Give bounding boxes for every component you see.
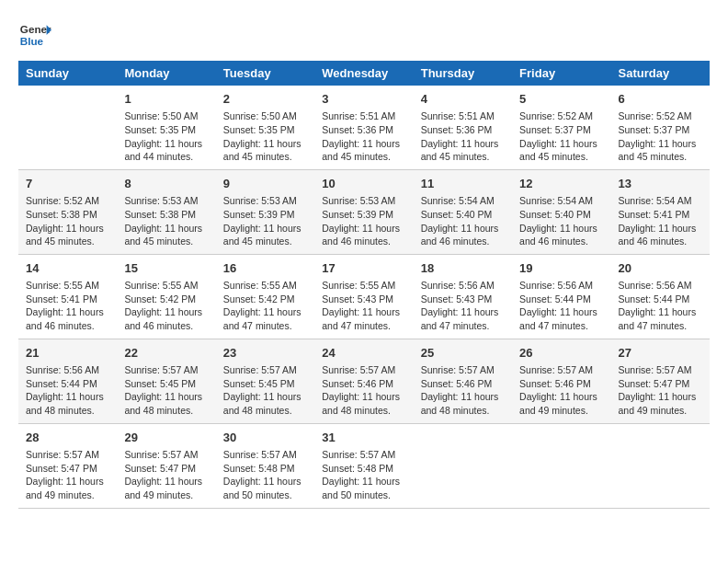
day-number: 24 bbox=[322, 345, 405, 362]
cell-content: Sunset: 5:35 PM bbox=[124, 123, 208, 137]
cell-content: Sunset: 5:48 PM bbox=[223, 462, 307, 476]
day-number: 27 bbox=[619, 345, 702, 362]
cell-content: Sunrise: 5:56 AM bbox=[421, 279, 505, 293]
cell-content: and 47 minutes. bbox=[519, 319, 603, 333]
cell-content: and 45 minutes. bbox=[124, 235, 208, 248]
cell-content: Sunrise: 5:56 AM bbox=[619, 279, 702, 293]
cell-content: Sunset: 5:45 PM bbox=[223, 377, 307, 391]
calendar-cell: 13Sunrise: 5:54 AMSunset: 5:41 PMDayligh… bbox=[611, 169, 710, 254]
cell-content: Sunrise: 5:57 AM bbox=[322, 363, 405, 377]
cell-content: Daylight: 11 hours bbox=[619, 222, 702, 236]
cell-content: and 44 minutes. bbox=[124, 150, 208, 164]
cell-content: Daylight: 11 hours bbox=[322, 475, 405, 488]
cell-content: Daylight: 11 hours bbox=[124, 222, 208, 236]
day-number: 28 bbox=[26, 430, 109, 446]
cell-content: Sunset: 5:41 PM bbox=[26, 293, 109, 306]
cell-content: and 47 minutes. bbox=[421, 319, 505, 333]
cell-content: Daylight: 11 hours bbox=[619, 137, 702, 151]
cell-content: Sunset: 5:43 PM bbox=[322, 293, 405, 306]
cell-content: Sunset: 5:41 PM bbox=[619, 208, 702, 222]
cell-content: Sunrise: 5:51 AM bbox=[322, 109, 405, 123]
cell-content: Daylight: 11 hours bbox=[322, 222, 405, 236]
cell-content: Sunrise: 5:56 AM bbox=[26, 363, 109, 377]
cell-content: and 45 minutes. bbox=[223, 150, 307, 164]
day-number: 29 bbox=[124, 430, 208, 446]
cell-content: Sunset: 5:38 PM bbox=[124, 208, 208, 222]
cell-content: Sunrise: 5:57 AM bbox=[619, 363, 702, 377]
cell-content: Daylight: 11 hours bbox=[519, 390, 603, 404]
cell-content: Sunrise: 5:57 AM bbox=[322, 448, 405, 462]
cell-content: and 49 minutes. bbox=[619, 404, 702, 418]
cell-content: and 46 minutes. bbox=[519, 235, 603, 248]
cell-content: Sunset: 5:36 PM bbox=[322, 123, 405, 137]
cell-content: Sunset: 5:45 PM bbox=[124, 377, 208, 391]
cell-content: Sunrise: 5:55 AM bbox=[26, 279, 109, 293]
cell-content: Daylight: 11 hours bbox=[519, 222, 603, 236]
calendar-cell: 27Sunrise: 5:57 AMSunset: 5:47 PMDayligh… bbox=[611, 339, 710, 423]
cell-content: and 47 minutes. bbox=[322, 319, 405, 333]
cell-content: and 48 minutes. bbox=[26, 404, 109, 418]
cell-content: Daylight: 11 hours bbox=[124, 305, 208, 319]
cell-content: Daylight: 11 hours bbox=[619, 305, 702, 319]
calendar-cell: 6Sunrise: 5:52 AMSunset: 5:37 PMDaylight… bbox=[611, 86, 710, 169]
calendar-cell bbox=[414, 423, 512, 508]
cell-content: and 47 minutes. bbox=[619, 319, 702, 333]
header-monday: Monday bbox=[117, 61, 215, 86]
day-number: 9 bbox=[223, 176, 307, 192]
calendar-cell: 31Sunrise: 5:57 AMSunset: 5:48 PMDayligh… bbox=[314, 423, 413, 508]
cell-content: Sunrise: 5:50 AM bbox=[223, 109, 307, 123]
calendar-cell: 2Sunrise: 5:50 AMSunset: 5:35 PMDaylight… bbox=[216, 86, 314, 169]
cell-content: Sunrise: 5:50 AM bbox=[124, 109, 208, 123]
calendar-cell: 19Sunrise: 5:56 AMSunset: 5:44 PMDayligh… bbox=[512, 254, 610, 339]
cell-content: Daylight: 11 hours bbox=[124, 137, 208, 151]
day-number: 21 bbox=[26, 345, 109, 362]
cell-content: Sunset: 5:44 PM bbox=[519, 293, 603, 306]
cell-content: Daylight: 11 hours bbox=[223, 475, 307, 488]
cell-content: Sunrise: 5:57 AM bbox=[124, 448, 208, 462]
cell-content: Daylight: 11 hours bbox=[223, 137, 307, 151]
cell-content: Daylight: 11 hours bbox=[322, 305, 405, 319]
day-number: 2 bbox=[223, 91, 307, 108]
svg-text:Blue: Blue bbox=[20, 35, 44, 47]
calendar-cell bbox=[512, 423, 610, 508]
cell-content: Sunset: 5:47 PM bbox=[124, 462, 208, 476]
day-number: 16 bbox=[223, 260, 307, 277]
calendar-cell: 20Sunrise: 5:56 AMSunset: 5:44 PMDayligh… bbox=[611, 254, 710, 339]
calendar-cell: 28Sunrise: 5:57 AMSunset: 5:47 PMDayligh… bbox=[18, 423, 117, 508]
cell-content: Sunset: 5:48 PM bbox=[322, 462, 405, 476]
cell-content: Daylight: 11 hours bbox=[519, 305, 603, 319]
calendar-cell: 14Sunrise: 5:55 AMSunset: 5:41 PMDayligh… bbox=[18, 254, 117, 339]
calendar-cell: 15Sunrise: 5:55 AMSunset: 5:42 PMDayligh… bbox=[117, 254, 215, 339]
calendar-cell: 24Sunrise: 5:57 AMSunset: 5:46 PMDayligh… bbox=[314, 339, 413, 423]
day-number: 26 bbox=[519, 345, 603, 362]
day-number: 12 bbox=[519, 176, 603, 192]
cell-content: Sunrise: 5:55 AM bbox=[322, 279, 405, 293]
cell-content: Sunset: 5:37 PM bbox=[619, 123, 702, 137]
cell-content: Sunrise: 5:55 AM bbox=[124, 279, 208, 293]
calendar-cell: 30Sunrise: 5:57 AMSunset: 5:48 PMDayligh… bbox=[216, 423, 314, 508]
cell-content: and 48 minutes. bbox=[124, 404, 208, 418]
week-row-1: 1Sunrise: 5:50 AMSunset: 5:35 PMDaylight… bbox=[18, 86, 710, 169]
cell-content: Sunset: 5:43 PM bbox=[421, 293, 505, 306]
cell-content: Daylight: 11 hours bbox=[223, 390, 307, 404]
cell-content: and 49 minutes. bbox=[519, 404, 603, 418]
cell-content: and 45 minutes. bbox=[26, 235, 109, 248]
cell-content: and 49 minutes. bbox=[124, 488, 208, 502]
calendar-cell: 26Sunrise: 5:57 AMSunset: 5:46 PMDayligh… bbox=[512, 339, 610, 423]
cell-content: Sunrise: 5:54 AM bbox=[619, 194, 702, 208]
day-number: 3 bbox=[322, 91, 405, 108]
cell-content: Daylight: 11 hours bbox=[124, 475, 208, 488]
week-row-3: 14Sunrise: 5:55 AMSunset: 5:41 PMDayligh… bbox=[18, 254, 710, 339]
calendar-cell: 29Sunrise: 5:57 AMSunset: 5:47 PMDayligh… bbox=[117, 423, 215, 508]
cell-content: Sunset: 5:37 PM bbox=[519, 123, 603, 137]
cell-content: Daylight: 11 hours bbox=[223, 305, 307, 319]
cell-content: and 46 minutes. bbox=[421, 235, 505, 248]
cell-content: Sunset: 5:39 PM bbox=[223, 208, 307, 222]
calendar-table: SundayMondayTuesdayWednesdayThursdayFrid… bbox=[18, 61, 710, 509]
cell-content: Sunset: 5:47 PM bbox=[26, 462, 109, 476]
header-friday: Friday bbox=[512, 61, 610, 86]
day-number: 23 bbox=[223, 345, 307, 362]
header-thursday: Thursday bbox=[414, 61, 512, 86]
cell-content: and 49 minutes. bbox=[26, 488, 109, 502]
calendar-cell: 23Sunrise: 5:57 AMSunset: 5:45 PMDayligh… bbox=[216, 339, 314, 423]
